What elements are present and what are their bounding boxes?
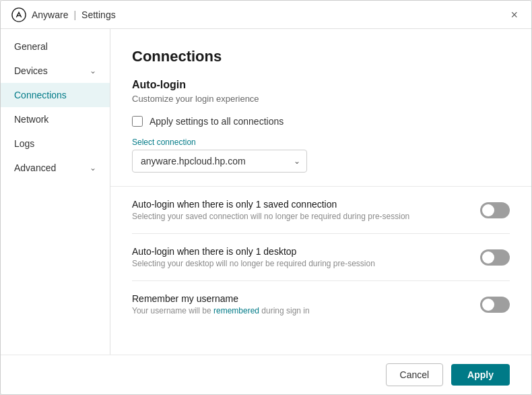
chevron-down-icon: ⌄ (90, 66, 96, 75)
toggle-autologin-saved-switch[interactable] (480, 202, 510, 218)
sidebar-item-general-label: General (14, 41, 48, 52)
toggle-autologin-saved-desc: Selecting your saved connection will no … (132, 212, 409, 221)
apply-all-checkbox[interactable] (132, 116, 143, 127)
apply-all-row: Apply settings to all connections (132, 116, 510, 127)
toggle-remember-username-switch[interactable] (480, 297, 510, 313)
body: General Devices ⌄ Connections Network Lo… (1, 29, 531, 355)
sidebar-item-advanced-label: Advanced (14, 162, 56, 173)
toggle-remember-desc-after: during sign in (259, 306, 310, 315)
titlebar-separator: | (73, 9, 76, 20)
toggle-autologin-desktop-title: Auto-login when there is only 1 desktop (132, 246, 375, 257)
apply-button[interactable]: Apply (451, 364, 510, 386)
toggle-remember-desc-before: Your username will be (132, 306, 213, 315)
sidebar-item-connections-label: Connections (14, 90, 67, 100)
autologin-title: Auto-login (132, 79, 510, 91)
toggle-row-remember-username: Remember my username Your username will … (132, 281, 510, 328)
toggle-remember-username-title: Remember my username (132, 293, 310, 304)
app-logo (11, 7, 26, 22)
sidebar-item-logs-label: Logs (14, 138, 34, 149)
app-window: Anyware | Settings × General Devices ⌄ C… (0, 0, 532, 395)
sidebar-item-general[interactable]: General (1, 34, 110, 59)
sidebar-item-connections[interactable]: Connections (1, 83, 110, 107)
sidebar-item-network-label: Network (14, 114, 48, 125)
svg-point-0 (12, 7, 26, 21)
cancel-button[interactable]: Cancel (386, 363, 444, 386)
toggle-remember-username-desc: Your username will be remembered during … (132, 306, 310, 315)
page-title: Connections (132, 48, 510, 65)
sidebar: General Devices ⌄ Connections Network Lo… (1, 29, 110, 355)
titlebar-left: Anyware | Settings (11, 7, 116, 22)
toggle-autologin-desktop-switch[interactable] (480, 249, 510, 266)
sidebar-item-advanced[interactable]: Advanced ⌄ (1, 156, 110, 180)
close-button[interactable]: × (508, 6, 521, 24)
toggle-autologin-saved-title: Auto-login when there is only 1 saved co… (132, 199, 409, 210)
footer: Cancel Apply (1, 355, 531, 394)
sidebar-item-logs[interactable]: Logs (1, 131, 110, 156)
sidebar-item-devices-label: Devices (14, 65, 48, 76)
select-connection-dropdown[interactable]: anyware.hpcloud.hp.com (132, 150, 307, 173)
titlebar: Anyware | Settings × (1, 1, 531, 29)
titlebar-app-name: Anyware (32, 9, 68, 20)
main-content: Connections Auto-login Customize your lo… (110, 29, 531, 355)
toggle-remember-username-slider (480, 297, 510, 313)
chevron-down-icon-advanced: ⌄ (90, 163, 96, 173)
toggle-autologin-desktop-desc: Selecting your desktop will no longer be… (132, 259, 375, 268)
sidebar-item-network[interactable]: Network (1, 107, 110, 131)
apply-all-label[interactable]: Apply settings to all connections (149, 116, 284, 127)
select-connection-wrapper: anyware.hpcloud.hp.com ⌄ (132, 150, 307, 173)
select-connection-label: Select connection (132, 138, 510, 147)
toggle-row-autologin-desktop: Auto-login when there is only 1 desktop … (132, 234, 510, 281)
sidebar-item-devices[interactable]: Devices ⌄ (1, 59, 110, 83)
toggle-row-autologin-saved: Auto-login when there is only 1 saved co… (132, 187, 510, 234)
toggle-autologin-desktop-slider (480, 249, 510, 266)
select-connection-group: Select connection anyware.hpcloud.hp.com… (132, 138, 510, 173)
titlebar-section: Settings (81, 9, 116, 20)
autologin-subtitle: Customize your login experience (132, 94, 510, 104)
toggle-remember-desc-highlight: remembered (213, 306, 259, 315)
toggle-autologin-saved-slider (480, 202, 510, 218)
